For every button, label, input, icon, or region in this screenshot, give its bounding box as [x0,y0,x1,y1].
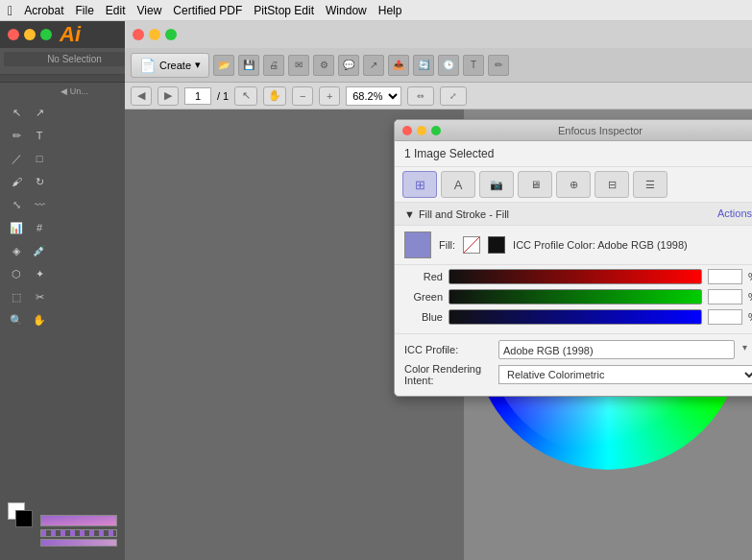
red-value-input[interactable] [708,269,742,284]
tool-type[interactable]: T [29,125,50,146]
text-tool[interactable]: T [463,55,484,76]
fill-none-icon[interactable] [463,236,480,254]
create-button[interactable]: 📄 Create ▾ [131,53,209,78]
color-boxes[interactable] [8,502,36,531]
tool-slice[interactable]: ✂ [29,286,50,307]
actions-dropdown[interactable]: Actions▾ [717,207,752,220]
tool-symbol[interactable]: ✦ [29,263,50,284]
email-button[interactable]: ✉ [288,55,309,76]
tab-effects[interactable]: ⊕ [556,171,591,198]
tab-image[interactable]: 📷 [479,171,514,198]
comment-button[interactable]: 💬 [338,55,359,76]
page-number-input[interactable] [184,87,211,105]
acrobat-close-btn[interactable] [133,29,144,40]
ai-close-btn[interactable] [8,29,19,40]
acrobat-maximize-btn[interactable] [165,29,177,40]
menu-file[interactable]: File [75,4,93,17]
edit-tool[interactable]: ✏ [488,55,509,76]
history-button[interactable]: 🕒 [438,55,459,76]
blue-slider-track[interactable] [449,309,702,325]
icc-profile-value: Adobe RGB (1998) [498,340,735,359]
green-slider-row: Green % [404,289,752,304]
tool-artboard[interactable]: ⬚ [6,286,27,307]
cri-row: Color Rendering Intent: Relative Colorim… [404,363,752,386]
red-slider-row: Red % [404,269,752,284]
tool-shape[interactable]: □ [29,148,50,169]
cri-label: Color Rendering Intent: [404,363,491,386]
tool-scale[interactable]: ⤡ [6,194,27,215]
blue-pct: % [748,311,752,323]
next-page-button[interactable]: ▶ [158,86,179,106]
menu-window[interactable]: Window [326,4,367,17]
tool-blend[interactable]: ⬡ [6,263,27,284]
color-sliders: Red % Green % Blue [395,265,752,333]
red-pct: % [748,271,752,282]
menu-acrobat[interactable]: Acrobat [24,4,63,17]
red-slider-track[interactable] [449,269,702,284]
icc-profile-arrow[interactable]: ▾ [742,342,752,357]
page-separator: / 1 [217,90,229,102]
tool-direct-select[interactable]: ↗ [29,102,50,123]
menu-edit[interactable]: Edit [106,4,126,17]
acrobat-traffic-lights [133,29,177,40]
tool-gradient[interactable]: ◈ [6,240,27,261]
menu-help[interactable]: Help [378,4,402,17]
inspector-panel: Enfocus Inspector 1 Image Selected ⊞ A 📷… [394,119,752,397]
tab-text[interactable]: A [441,171,475,198]
apple-menu[interactable]:  [8,3,12,18]
green-value-input[interactable] [708,289,742,304]
tool-line[interactable]: ／ [6,148,27,169]
settings-button[interactable]: ⚙ [313,55,334,76]
menu-certified-pdf[interactable]: Certified PDF [173,4,242,17]
zoom-select[interactable]: 68.2% 50% 75% 100% [346,86,401,106]
convert-button[interactable]: 🔄 [413,55,434,76]
inspector-close-btn[interactable] [402,126,412,135]
tool-zoom[interactable]: 🔍 [6,309,27,330]
zoom-out-button[interactable]: − [292,86,313,106]
blue-slider-row: Blue % [404,309,752,325]
tab-display[interactable]: 🖥 [518,171,552,198]
tool-select[interactable]: ↖ [6,102,27,123]
ai-minimize-btn[interactable] [24,29,36,40]
fill-color-label: ICC Profile Color: Adobe RGB (1998) [513,239,688,251]
zoom-in-button[interactable]: + [319,86,340,106]
prev-page-button[interactable]: ◀ [131,86,152,106]
fill-solid-icon[interactable] [488,236,505,254]
tool-hand[interactable]: ✋ [29,309,50,330]
inspector-minimize-btn[interactable] [417,126,426,135]
acrobat-minimize-btn[interactable] [149,29,160,40]
tab-more1[interactable]: ⊟ [594,171,629,198]
background-color[interactable] [15,510,33,527]
export-button[interactable]: 📤 [388,55,409,76]
tool-rotate[interactable]: ↻ [29,171,50,192]
green-label: Green [404,291,443,303]
green-slider-track[interactable] [449,289,702,304]
cri-select[interactable]: Relative Colorimetric Perceptual Saturat… [498,365,752,384]
tool-warp[interactable]: 〰 [29,194,50,215]
pan-tool-button[interactable]: ✋ [263,86,286,106]
print-button[interactable]: 🖨 [263,55,284,76]
tool-pen[interactable]: ✏ [6,125,27,146]
tab-layout[interactable]: ⊞ [402,171,437,198]
open-button[interactable]: 📂 [213,55,234,76]
ai-maximize-btn[interactable] [40,29,52,40]
fill-color-preview[interactable] [404,231,431,258]
tool-mesh[interactable]: # [29,217,50,238]
select-tool-button[interactable]: ↖ [234,86,257,106]
save-button[interactable]: 💾 [238,55,259,76]
fit-width-button[interactable]: ⇔ [407,86,434,106]
menu-view[interactable]: View [137,4,162,17]
tool-graph[interactable]: 📊 [6,217,27,238]
icc-profile-label: ICC Profile: [404,344,491,355]
fit-page-button[interactable]: ⤢ [440,86,467,106]
section-collapse-icon[interactable]: ▼ [404,208,415,220]
tool-brush[interactable]: 🖌 [6,171,27,192]
blue-label: Blue [404,311,443,323]
inspector-maximize-btn[interactable] [431,126,441,135]
tool-eyedropper[interactable]: 💉 [29,240,50,261]
nav-bar: ◀ ▶ / 1 ↖ ✋ − + 68.2% 50% 75% 100% ⇔ ⤢ [125,83,752,110]
tab-more2[interactable]: ☰ [633,171,667,198]
blue-value-input[interactable] [708,309,742,325]
menu-pitstop[interactable]: PitStop Edit [254,4,314,17]
share-button[interactable]: ↗ [363,55,384,76]
